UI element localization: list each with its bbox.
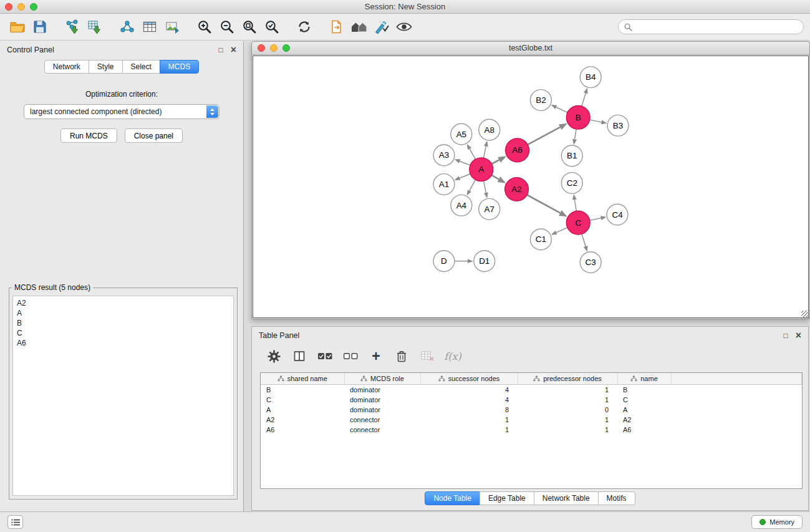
graph-edge-A-A1[interactable]	[460, 174, 470, 178]
graph-edge-B-B4[interactable]	[582, 93, 586, 106]
graph-node-A8[interactable]: A8	[479, 119, 500, 140]
graph-node-B[interactable]: B	[566, 105, 590, 129]
graph-edge-C-C1[interactable]	[556, 228, 567, 233]
graph-edge-A-A6[interactable]	[492, 160, 499, 163]
new-table-button[interactable]	[138, 16, 161, 37]
tab-style[interactable]: Style	[89, 60, 123, 74]
graph-node-B4[interactable]: B4	[580, 67, 601, 88]
show-columns-button[interactable]	[291, 349, 307, 364]
memory-button[interactable]: Memory	[751, 515, 803, 529]
tab-network-table[interactable]: Network Table	[534, 491, 599, 505]
graph-edge-A-A4[interactable]	[470, 180, 476, 191]
graph-node-A1[interactable]: A1	[433, 174, 455, 195]
zoom-in-button[interactable]	[193, 16, 216, 37]
table-row[interactable]: A6connector11A6	[261, 425, 802, 435]
apply-layout-button[interactable]	[293, 16, 316, 37]
graph-node-B3[interactable]: B3	[607, 115, 629, 136]
graph-node-A[interactable]: A	[470, 158, 493, 181]
import-table-button[interactable]	[84, 16, 106, 37]
zoom-window-button[interactable]	[30, 3, 37, 11]
graph-node-A3[interactable]: A3	[433, 145, 455, 166]
table-row[interactable]: Cdominator41C	[261, 395, 802, 405]
copy-document-button[interactable]	[325, 16, 348, 37]
graph-node-A6[interactable]: A6	[506, 138, 529, 162]
graph-node-A2[interactable]: A2	[505, 178, 529, 201]
column-header-predecessor-nodes[interactable]: predecessor nodes	[518, 373, 617, 384]
table-row[interactable]: A2connector11A2	[261, 415, 802, 425]
float-table-panel-icon[interactable]: □	[783, 332, 788, 339]
zoom-fit-button[interactable]	[238, 16, 261, 37]
first-neighbors-button[interactable]	[348, 16, 370, 37]
graph-edge-A6-B[interactable]	[528, 127, 560, 145]
mcds-result-item[interactable]: A	[17, 308, 229, 318]
graph-edge-B-B2[interactable]	[556, 107, 567, 113]
window-titlebar[interactable]: Session: New Session	[0, 0, 810, 14]
column-header-name[interactable]: name	[617, 373, 671, 384]
deselect-all-button[interactable]	[342, 349, 359, 364]
tab-motifs[interactable]: Motifs	[598, 491, 635, 505]
graph-edge-B-B1[interactable]	[575, 129, 577, 139]
node-table-container[interactable]: shared nameMCDS rolesuccessor nodesprede…	[260, 372, 803, 489]
export-image-button[interactable]	[161, 16, 183, 37]
mcds-result-item[interactable]: A2	[17, 298, 229, 308]
search-field[interactable]	[618, 19, 804, 34]
mcds-result-item[interactable]: C	[17, 328, 229, 338]
select-all-button[interactable]	[317, 349, 333, 364]
mcds-result-item[interactable]: A6	[17, 338, 229, 348]
graph-node-C1[interactable]: C1	[531, 229, 552, 250]
apply-style-button[interactable]	[370, 16, 393, 37]
graph-node-B1[interactable]: B1	[561, 145, 582, 167]
delete-column-button[interactable]	[393, 349, 410, 364]
graph-node-C3[interactable]: C3	[580, 252, 601, 273]
graph-node-A5[interactable]: A5	[451, 123, 472, 145]
column-header-successor-nodes[interactable]: successor nodes	[420, 373, 518, 384]
zoom-network-button[interactable]	[282, 44, 290, 52]
graph-edge-A-A8[interactable]	[484, 146, 486, 158]
column-header-MCDS-role[interactable]: MCDS role	[344, 373, 420, 384]
graph-edge-C-C2[interactable]	[574, 200, 576, 211]
graph-node-A4[interactable]: A4	[451, 195, 472, 216]
network-window-titlebar[interactable]: testGlobe.txt	[252, 42, 809, 55]
graph-edge-A-A3[interactable]	[460, 161, 470, 165]
open-session-button[interactable]	[6, 16, 29, 37]
tab-select[interactable]: Select	[122, 60, 160, 74]
graph-edge-C-C3[interactable]	[582, 234, 586, 246]
minimize-window-button[interactable]	[17, 3, 25, 11]
run-mcds-button[interactable]: Run MCDS	[60, 128, 117, 143]
mcds-result-list[interactable]: A2ABCA6	[12, 296, 234, 496]
graph-node-C4[interactable]: C4	[607, 204, 628, 225]
network-view[interactable]: B4B2BB3A5A8A6B1A3AC2A1A2A4A7C4CC1C3DD1	[253, 56, 809, 318]
resize-grip[interactable]	[801, 311, 809, 319]
close-panel-button[interactable]: Close panel	[125, 128, 183, 143]
minimize-network-button[interactable]	[270, 44, 277, 52]
graph-node-D[interactable]: D	[433, 251, 455, 272]
tab-network[interactable]: Network	[44, 60, 89, 74]
new-network-button[interactable]	[116, 16, 138, 37]
tab-mcds[interactable]: MCDS	[160, 60, 199, 74]
float-panel-icon[interactable]: □	[218, 46, 223, 54]
close-panel-icon[interactable]: ×	[231, 46, 236, 54]
column-header-shared-name[interactable]: shared name	[261, 373, 344, 384]
search-input[interactable]	[636, 22, 798, 31]
graph-node-C2[interactable]: C2	[561, 173, 582, 194]
table-settings-button[interactable]	[266, 349, 282, 364]
show-hide-button[interactable]	[393, 16, 415, 37]
delete-table-button[interactable]	[419, 349, 435, 364]
tab-node-table[interactable]: Node Table	[425, 491, 480, 505]
function-builder-button[interactable]: f(x)	[445, 349, 461, 364]
graph-node-D1[interactable]: D1	[474, 251, 495, 272]
graph-edge-A-A5[interactable]	[470, 148, 475, 159]
criterion-dropdown[interactable]: largest connected component (directed)	[24, 104, 219, 119]
tab-edge-table[interactable]: Edge Table	[480, 491, 534, 505]
mcds-result-item[interactable]: B	[17, 318, 229, 328]
network-canvas[interactable]: B4B2BB3A5A8A6B1A3AC2A1A2A4A7C4CC1C3DD1	[253, 56, 808, 317]
close-window-button[interactable]	[5, 3, 12, 11]
close-network-button[interactable]	[258, 44, 265, 52]
graph-edge-A-A7[interactable]	[484, 181, 486, 193]
zoom-selected-button[interactable]	[261, 16, 283, 37]
add-column-button[interactable]: +	[368, 349, 384, 364]
graph-node-A7[interactable]: A7	[479, 198, 500, 220]
task-history-button[interactable]	[7, 515, 23, 529]
table-row[interactable]: Bdominator41B	[261, 384, 802, 395]
network-window[interactable]: testGlobe.txt B4B2BB3A5A8A6B1A3AC2A1A2A4…	[251, 41, 810, 319]
